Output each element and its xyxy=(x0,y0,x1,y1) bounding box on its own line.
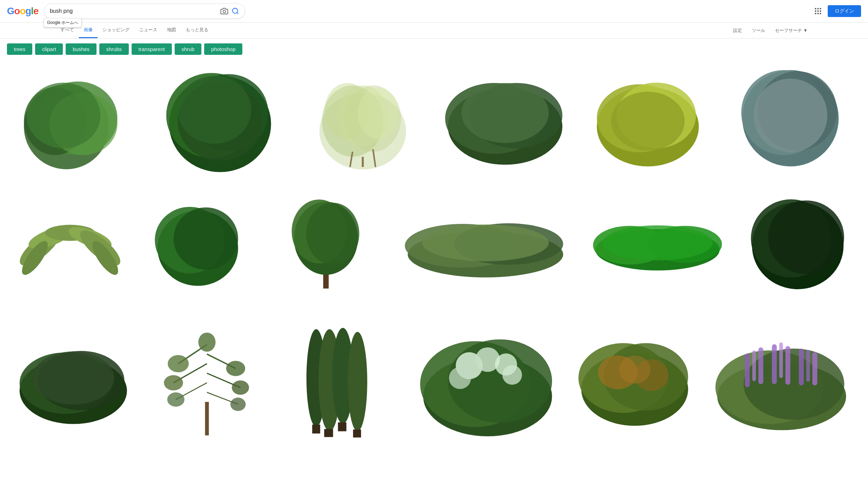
image-row-3 xyxy=(0,303,868,452)
chip-bushes[interactable]: bushes xyxy=(66,43,96,55)
search-icon[interactable] xyxy=(232,7,239,15)
svg-rect-4 xyxy=(817,8,819,9)
svg-point-100 xyxy=(449,367,471,389)
chip-transparent[interactable]: transparent xyxy=(132,43,172,55)
svg-rect-10 xyxy=(817,13,819,14)
svg-point-34 xyxy=(462,83,549,143)
svg-point-67 xyxy=(768,201,844,274)
search-input[interactable] xyxy=(50,8,220,14)
image-item[interactable] xyxy=(150,61,291,181)
svg-rect-116 xyxy=(812,352,817,385)
chip-shrub[interactable]: shrub xyxy=(175,43,202,55)
image-item[interactable] xyxy=(135,184,261,302)
nav-item-shopping[interactable]: ショッピング xyxy=(98,23,134,38)
google-logo[interactable]: Google xyxy=(7,6,38,17)
image-row-2 xyxy=(0,183,868,304)
nav-bar: すべて 画像 ショッピング ニュース 地図 もっと見る 設定 ツール セーフサー… xyxy=(0,23,868,39)
svg-point-83 xyxy=(167,392,185,406)
svg-point-16 xyxy=(26,83,100,148)
svg-point-80 xyxy=(226,361,245,376)
svg-point-84 xyxy=(230,397,245,411)
search-icons xyxy=(220,7,239,15)
nav-item-images[interactable]: 画像 xyxy=(79,23,98,38)
svg-rect-93 xyxy=(353,429,361,437)
image-row-1 xyxy=(0,60,868,183)
image-item[interactable] xyxy=(568,305,701,451)
image-item[interactable] xyxy=(702,305,861,451)
search-bar-wrap: Google ホームへ xyxy=(44,3,245,19)
image-item[interactable] xyxy=(141,305,273,451)
chip-trees[interactable]: trees xyxy=(7,43,32,55)
image-item[interactable] xyxy=(7,184,133,302)
nav-item-settings[interactable]: 設定 xyxy=(728,23,747,38)
image-item[interactable] xyxy=(582,184,733,302)
svg-rect-6 xyxy=(815,10,816,12)
login-button[interactable]: ログイン xyxy=(828,5,861,17)
nav-right: 設定 ツール セーフサーチ ▼ xyxy=(728,23,812,38)
svg-point-85 xyxy=(198,333,216,352)
svg-rect-3 xyxy=(815,8,816,9)
svg-point-107 xyxy=(619,355,651,384)
nav-item-tools[interactable]: ツール xyxy=(747,23,770,38)
chip-photoshop[interactable]: photoshop xyxy=(204,43,242,55)
chip-shrubs[interactable]: shrubs xyxy=(99,43,129,55)
svg-rect-118 xyxy=(779,342,783,378)
svg-point-1 xyxy=(233,8,238,14)
svg-rect-91 xyxy=(324,429,333,437)
svg-point-64 xyxy=(602,225,712,260)
svg-rect-7 xyxy=(817,10,819,12)
image-item[interactable] xyxy=(435,61,576,181)
svg-rect-119 xyxy=(806,350,810,381)
svg-point-38 xyxy=(611,92,685,151)
svg-rect-111 xyxy=(745,353,750,387)
image-item[interactable] xyxy=(7,305,139,451)
image-item[interactable] xyxy=(720,61,861,181)
chips-container: trees clipart bushes shrubs transparent … xyxy=(0,39,868,60)
nav-item-maps[interactable]: 地図 xyxy=(162,23,181,38)
svg-point-56 xyxy=(306,203,359,265)
svg-rect-115 xyxy=(799,348,804,385)
svg-rect-117 xyxy=(752,350,756,381)
search-input-container xyxy=(44,3,245,19)
svg-point-21 xyxy=(178,76,251,144)
svg-point-82 xyxy=(232,380,249,395)
image-item[interactable] xyxy=(262,184,389,302)
image-item[interactable] xyxy=(577,61,719,181)
svg-point-101 xyxy=(502,365,522,385)
camera-icon[interactable] xyxy=(220,7,228,15)
svg-point-81 xyxy=(164,375,183,390)
chip-clipart[interactable]: clipart xyxy=(35,43,63,55)
home-tooltip: Google ホームへ xyxy=(44,18,81,27)
nav-item-more[interactable]: もっと見る xyxy=(181,23,213,38)
svg-point-52 xyxy=(174,208,239,270)
nav-item-news[interactable]: ニュース xyxy=(134,23,162,38)
svg-point-42 xyxy=(754,78,827,152)
svg-point-30 xyxy=(358,88,399,139)
svg-rect-5 xyxy=(820,8,821,9)
image-item[interactable] xyxy=(391,184,580,302)
image-item[interactable] xyxy=(408,305,567,451)
image-item[interactable] xyxy=(735,184,861,302)
svg-rect-8 xyxy=(820,10,821,12)
nav-item-safe-search[interactable]: セーフサーチ ▼ xyxy=(770,23,812,38)
svg-point-0 xyxy=(223,10,226,12)
svg-rect-92 xyxy=(338,422,346,431)
svg-point-89 xyxy=(348,332,367,431)
header: Google Google ホームへ ログイン xyxy=(0,0,868,23)
svg-rect-113 xyxy=(772,344,777,384)
svg-rect-11 xyxy=(820,13,821,14)
svg-rect-114 xyxy=(785,346,790,385)
svg-rect-72 xyxy=(205,402,209,435)
svg-rect-112 xyxy=(758,347,763,384)
svg-point-71 xyxy=(32,351,114,404)
image-item[interactable] xyxy=(7,61,148,181)
svg-point-79 xyxy=(168,355,189,372)
svg-rect-9 xyxy=(815,13,816,14)
image-item[interactable] xyxy=(275,305,407,451)
svg-line-2 xyxy=(237,12,239,14)
grid-icon[interactable] xyxy=(814,7,822,15)
image-item[interactable] xyxy=(292,61,433,181)
svg-point-60 xyxy=(422,225,549,261)
svg-rect-90 xyxy=(312,425,320,434)
header-right: ログイン xyxy=(814,5,861,17)
